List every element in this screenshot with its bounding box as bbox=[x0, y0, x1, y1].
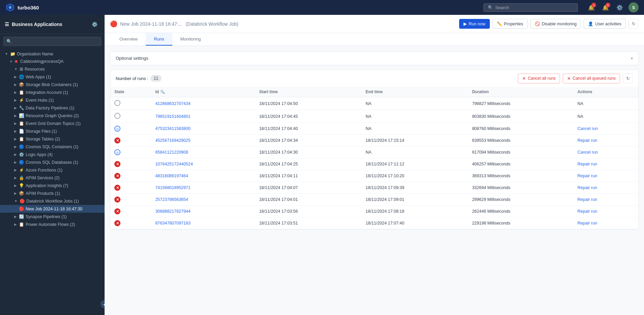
databrick-label: Databrick Workflow Jobs (1) bbox=[26, 199, 79, 204]
tab-runs[interactable]: Runs bbox=[146, 33, 172, 46]
run-now-button[interactable]: ▶ Run now bbox=[459, 19, 489, 29]
sidebar-item-logic-apps[interactable]: ▶ ⚙️ Logic Apps (4) bbox=[0, 151, 105, 158]
cell-end: 18/11/2024 17:15:14 bbox=[362, 135, 468, 147]
sidebar-item-power-automate[interactable]: ▶ 📋 Power Automate Flows (2) bbox=[0, 220, 105, 228]
run-id-link[interactable]: 412868632707434 bbox=[155, 101, 190, 106]
sidebar-title: Business Applications bbox=[12, 22, 62, 27]
sidebar-item-databrick-jobs[interactable]: ▼ 🔴 Databrick Workflow Jobs (1) bbox=[0, 197, 105, 205]
sidebar-subscription[interactable]: ▼ CabbookingprocessQA bbox=[0, 58, 105, 65]
repair-run-link[interactable]: Repair run bbox=[578, 185, 597, 190]
repair-run-link[interactable]: Repair run bbox=[578, 197, 597, 202]
sidebar-item-apim-services[interactable]: ▶ 🔒 APIM Services (2) bbox=[0, 174, 105, 182]
cancel-queued-label: Cancel all queued runs bbox=[572, 76, 616, 81]
run-id-link[interactable]: 65841121220908 bbox=[155, 150, 188, 155]
tab-overview-label: Overview bbox=[119, 36, 138, 42]
optional-settings-title: Optional settings bbox=[116, 56, 148, 61]
subscription-status-dot bbox=[15, 60, 18, 63]
sidebar-item-cosmos-containers[interactable]: ▶ 🔵 Cosmos SQL Containers (1) bbox=[0, 143, 105, 151]
sidebar-item-new-job[interactable]: 🔴 New Job 2024-11-18 16:47:30 bbox=[0, 205, 105, 213]
sidebar-item-cosmos-databases[interactable]: ▶ 🔵 Cosmos SQL Databases (1) bbox=[0, 158, 105, 166]
cancel-run-link[interactable]: Cancel run bbox=[578, 126, 598, 131]
tab-overview[interactable]: Overview bbox=[111, 33, 146, 46]
cell-action: Repair run bbox=[573, 217, 638, 229]
state-error-icon: ✕ bbox=[114, 161, 120, 167]
disable-label: Disable monitoring bbox=[542, 22, 577, 26]
azure-functions-icon: ⚡ bbox=[19, 167, 24, 173]
run-id-link[interactable]: 1076425172440524 bbox=[155, 162, 193, 166]
user-avatar[interactable]: S bbox=[628, 2, 639, 12]
sidebar-item-azure-functions[interactable]: ▶ ⚡ Azure Functions (1) bbox=[0, 166, 105, 174]
sidebar-item-storage-files[interactable]: ▶ 📄 Storage Files (1) bbox=[0, 127, 105, 135]
col-end-time: End time bbox=[362, 87, 468, 97]
search-bar[interactable]: 🔍 bbox=[483, 3, 578, 12]
sidebar-tree: ▼ 📁 Organisation Name ▼ Cabbookingproces… bbox=[0, 49, 105, 230]
sidebar-resources[interactable]: ▼ ⊞ Resources bbox=[0, 65, 105, 73]
notifications-button[interactable]: 🔔 1 bbox=[586, 2, 597, 13]
cell-action: Repair run bbox=[573, 135, 638, 147]
table-row: ✕ 306888217827944 18/11/2024 17:03:56 18… bbox=[110, 206, 638, 217]
alerts-button[interactable]: 🔔 1 bbox=[600, 2, 611, 13]
search-input[interactable] bbox=[495, 5, 573, 10]
sidebar-collapse-button[interactable]: ◀ bbox=[101, 300, 105, 308]
cell-duration: 262446 Milliseconds bbox=[468, 206, 573, 217]
cell-start: 18/11/2024 17:03:56 bbox=[255, 206, 362, 217]
optional-settings-chevron[interactable]: ▾ bbox=[631, 56, 633, 61]
disable-monitoring-button[interactable]: 🚫 Disable monitoring bbox=[530, 19, 581, 29]
run-id-link[interactable]: 306888217827944 bbox=[155, 209, 190, 214]
header-actions: ▶ Run now ✏️ Properties 🚫 Disable monito… bbox=[459, 19, 639, 29]
cell-duration: 369313 Milliseconds bbox=[468, 170, 573, 182]
org-caret: ▼ bbox=[5, 52, 8, 56]
repair-run-link[interactable]: Repair run bbox=[578, 221, 597, 226]
sidebar-item-apim-products[interactable]: ▶ 📦 APIM Products (1) bbox=[0, 189, 105, 197]
res-caret: ▼ bbox=[14, 67, 18, 71]
id-search-icon[interactable]: 🔍 bbox=[160, 90, 165, 94]
properties-button[interactable]: ✏️ Properties bbox=[493, 19, 528, 29]
user-activities-button[interactable]: 👤 User activities bbox=[584, 19, 626, 29]
cancel-run-link[interactable]: Cancel run bbox=[578, 150, 598, 155]
run-id-link[interactable]: 25723798563854 bbox=[155, 197, 188, 202]
sidebar-item-resource-graph[interactable]: ▶ 📊 Resource Graph Queries (2) bbox=[0, 112, 105, 120]
sidebar-item-integration-account[interactable]: ▶ 📋 Integration Account (1) bbox=[0, 88, 105, 96]
event-grid-icon: 📋 bbox=[19, 121, 24, 126]
sidebar-item-event-grid[interactable]: ▶ 📋 Event Grid Domain Topics (1) bbox=[0, 120, 105, 127]
run-id-link[interactable]: 876347807097183 bbox=[155, 221, 190, 226]
header-refresh-button[interactable]: ↻ bbox=[628, 19, 639, 29]
sidebar-settings-button[interactable]: ⚙️ bbox=[89, 19, 100, 30]
table-toolbar: Number of runs : 11 ✕ Cancel all runs ✕ … bbox=[110, 70, 638, 87]
repair-run-link[interactable]: Repair run bbox=[578, 138, 597, 143]
sidebar-item-storage-blob[interactable]: ▶ 📦 Storage Blob Containers (1) bbox=[0, 81, 105, 88]
sidebar-item-app-insights[interactable]: ▶ 💡 Application Insights (7) bbox=[0, 182, 105, 189]
runs-count-area: Number of runs : 11 bbox=[116, 75, 162, 82]
app-logo[interactable]: turbo360 bbox=[5, 3, 39, 12]
user-activities-label: User activities bbox=[595, 22, 621, 26]
cell-state bbox=[110, 110, 151, 123]
cancel-queued-runs-button[interactable]: ✕ Cancel all queued runs bbox=[563, 74, 620, 83]
settings-button[interactable]: ⚙️ bbox=[614, 2, 625, 13]
sidebar-item-data-factory[interactable]: ▶ 🔧 Data Factory Pipelines (1) bbox=[0, 104, 105, 112]
sidebar-search-input[interactable] bbox=[14, 39, 98, 44]
sidebar-item-event-hubs[interactable]: ▶ ⚡ Event Hubs (1) bbox=[0, 96, 105, 104]
power-automate-label: Power Automate Flows (2) bbox=[26, 222, 75, 227]
sidebar-item-storage-tables[interactable]: ▶ 📋 Storage Tables (2) bbox=[0, 135, 105, 143]
tab-monitoring[interactable]: Monitoring bbox=[172, 33, 209, 46]
cancel-all-runs-button[interactable]: ✕ Cancel all runs bbox=[518, 74, 560, 83]
repair-run-link[interactable]: Repair run bbox=[578, 209, 597, 214]
run-id-link[interactable]: 796519151604801 bbox=[155, 114, 190, 119]
run-id-link[interactable]: 452567169429025 bbox=[155, 138, 190, 143]
table-row: 796519151604801 18/11/2024 17:04:45 NA 8… bbox=[110, 110, 638, 123]
table-refresh-button[interactable]: ↻ bbox=[623, 73, 633, 83]
sidebar-item-web-apps[interactable]: ▶ 🌐 Web Apps (1) bbox=[0, 73, 105, 81]
sidebar-search[interactable]: 🔍 bbox=[3, 37, 101, 46]
run-id-link[interactable]: 475323411583800 bbox=[155, 126, 190, 131]
table-row: ✕ 25723798563854 18/11/2024 17:04:01 18/… bbox=[110, 194, 638, 206]
repair-run-link[interactable]: Repair run bbox=[578, 174, 597, 178]
properties-label: Properties bbox=[504, 22, 523, 26]
sidebar-org[interactable]: ▼ 📁 Organisation Name bbox=[0, 50, 105, 58]
sidebar-item-synapse[interactable]: ▶ 🔄 Synapse Pipelines (1) bbox=[0, 213, 105, 220]
run-id-link[interactable]: 741568018952971 bbox=[155, 185, 190, 190]
repair-run-link[interactable]: Repair run bbox=[578, 162, 597, 166]
optional-settings-header: Optional settings ▾ bbox=[110, 52, 638, 65]
cell-id: 876347807097183 bbox=[151, 217, 255, 229]
run-id-link[interactable]: 48316089197464 bbox=[155, 174, 188, 178]
apim-products-icon: 📦 bbox=[19, 191, 24, 196]
